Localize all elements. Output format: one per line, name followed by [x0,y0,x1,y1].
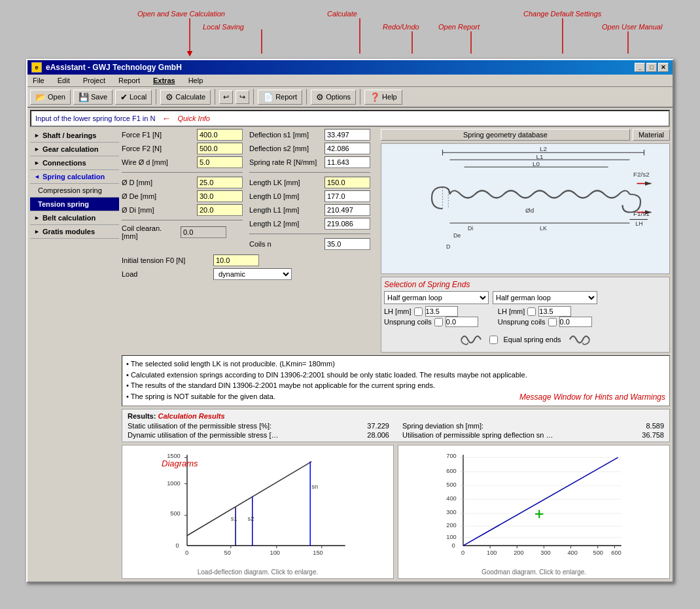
sidebar-item-gratis[interactable]: ► Gratis modules [30,225,119,239]
window-icon: e [31,62,42,73]
coils-n-input[interactable] [324,238,370,250]
deflect-s1-input[interactable] [324,129,370,141]
init-tension-row: Initial tension F0 [N] [122,254,377,266]
de-input[interactable] [197,190,243,202]
menu-file[interactable]: File [30,76,47,85]
toolbar: 📂 Open 💾 Save ✔ Local ⚙ Calculate ↩ ↪ 📄 [27,87,673,108]
open-button[interactable]: 📂 Open [30,90,71,105]
load-row: Load dynamic static [122,268,377,280]
col1: Force F1 [N] Force F2 [N] Wire Ø d [mm] [122,129,243,252]
svg-line-89 [463,457,618,546]
open-label: Open [48,93,65,101]
di-input[interactable] [197,204,243,216]
spring-rate-input[interactable] [324,156,370,168]
menu-project[interactable]: Project [80,76,108,85]
material-button[interactable]: Material [633,129,670,141]
svg-text:100: 100 [446,533,456,540]
sidebar-arrow-belt: ► [34,215,40,221]
lh-right-input[interactable] [538,306,571,317]
save-button[interactable]: 💾 Save [73,90,113,105]
menu-help[interactable]: Help [186,76,206,85]
force-f1-input[interactable] [197,129,243,141]
lh-left-checkbox[interactable] [414,307,423,316]
svg-text:s1: s1 [231,515,237,522]
minimize-button[interactable]: _ [635,63,645,72]
geometry-db-button[interactable]: Spring geometry database [381,129,630,141]
menu-report[interactable]: Report [116,76,143,85]
deflect-s2-input[interactable] [324,143,370,154]
sidebar-item-tension[interactable]: Tension spring [30,198,119,211]
sidebar-item-shaft[interactable]: ► Shaft / bearings [30,129,119,143]
init-tension-input[interactable] [213,254,259,266]
l2-row: Length L2 [mm] [249,218,370,230]
help-button[interactable]: ❓ Help [364,90,402,105]
report-icon: 📄 [263,92,273,102]
msg-window-label: Message Window for Hints and Warmings [519,391,665,403]
sidebar-arrow-shaft: ► [34,132,40,139]
coil-clear-input[interactable] [181,226,226,238]
sidebar-item-gear[interactable]: ► Gear calculation [30,143,119,156]
toolbar-sep3 [253,89,254,105]
load-select[interactable]: dynamic static [213,268,292,280]
undo-button[interactable]: ↩ [219,90,233,104]
equal-ends-row: Equal spring ends [384,330,667,349]
msg-line-4: • The spring is NOT suitable for the giv… [126,391,275,403]
sidebar-item-connections[interactable]: ► Connections [30,156,119,170]
unsprung-left-checkbox[interactable] [434,318,443,326]
l0-input[interactable] [324,190,370,202]
sidebar-item-belt[interactable]: ► Belt calculation [30,211,119,225]
options-button[interactable]: ⚙ Options [311,90,356,105]
results-title: Results: Calculation Results [128,412,664,420]
sidebar-arrow-gear: ► [34,146,40,152]
svg-text:400: 400 [567,549,577,555]
close-button[interactable]: ✕ [658,63,669,72]
spring-end-left-select[interactable]: Half german loop [384,291,489,304]
maximize-button[interactable]: □ [646,63,657,72]
unsprung-right-checkbox[interactable] [548,318,557,326]
lk-input[interactable] [324,177,370,188]
lk-row: Length LK [mm] [249,177,370,188]
od-input[interactable] [197,177,243,188]
diagrams-row: Diagrams 1500 1000 500 0 [122,445,670,579]
spring-rate-label: Spring rate R [N/mm] [249,158,324,166]
svg-text:1000: 1000 [167,479,181,486]
redo-button[interactable]: ↪ [236,90,249,104]
spring-diagram: L2 L1 L0 F2/s2 F1/s1 [381,143,670,274]
spring-svg: L2 L1 L0 F2/s2 F1/s1 [381,144,669,273]
help-label: Help [382,93,397,101]
wire-d-input[interactable] [197,156,243,168]
results-box: Results: Calculation Results Static util… [122,409,670,442]
left-inputs: Force F1 [N] Force F2 [N] Wire Ø d [mm] [122,129,377,353]
deflect-s2-label: Deflection s2 [mm] [249,145,324,152]
toolbar-sep5 [360,89,360,105]
options-label: Options [326,93,351,101]
calculate-button[interactable]: ⚙ Calculate [160,90,211,105]
menu-extras[interactable]: Extras [150,76,178,85]
sidebar-item-compression[interactable]: Compression spring [30,184,119,198]
util-deflect-label: Utilisation of permissible spring deflec… [402,431,631,439]
lh-right-checkbox[interactable] [527,307,536,316]
menu-edit[interactable]: Edit [55,76,73,85]
goodman-diagram[interactable]: 700 600 500 400 300 200 100 0 [398,445,670,579]
save-icon: 💾 [79,92,89,102]
l2-input[interactable] [324,218,370,230]
goodman-title: Goodman diagram. Click to enlarge. [401,568,667,576]
sidebar-item-spring-calc[interactable]: ◄ Spring calculation [30,170,119,184]
unsprung-left-input[interactable] [446,317,478,327]
l1-input[interactable] [324,204,370,216]
unsprung-right-input[interactable] [559,317,592,327]
local-button[interactable]: ✔ Local [115,90,152,105]
deflect-s2-row: Deflection s2 [mm] [249,143,370,154]
report-button[interactable]: 📄 Report [258,90,302,105]
force-f2-input[interactable] [197,143,243,154]
spring-end-right-select[interactable]: Half german loop [493,291,597,304]
force-f1-row: Force F1 [N] [122,129,243,141]
force-f2-row: Force F2 [N] [122,143,243,154]
equal-ends-checkbox[interactable] [489,336,498,344]
l2-label: Length L2 [mm] [249,220,324,228]
svg-text:LK: LK [540,225,547,232]
svg-text:150: 150 [313,549,323,555]
load-deflection-diagram[interactable]: Diagrams 1500 1000 500 0 [122,445,394,579]
lh-left-input[interactable] [425,306,458,317]
toolbar-sep2 [215,89,215,105]
